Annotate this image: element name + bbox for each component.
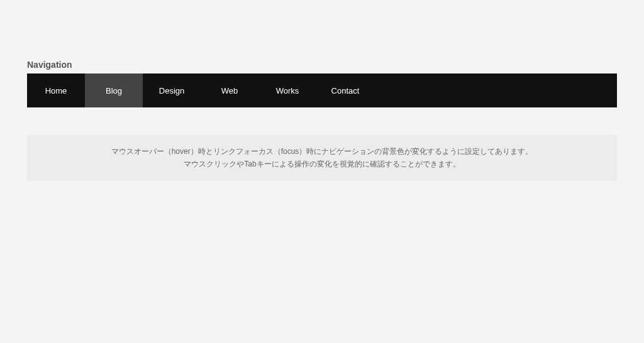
nav-item-works[interactable]: Works — [258, 74, 316, 107]
nav-item-contact[interactable]: Contact — [316, 74, 374, 107]
nav-item-home[interactable]: Home — [27, 74, 85, 107]
navigation-bar: Home Blog Design Web Works Contact — [27, 74, 617, 107]
description-box: マウスオーバー（hover）時とリンクフォーカス（focus）時にナビゲーション… — [27, 135, 617, 181]
nav-item-design[interactable]: Design — [143, 74, 201, 107]
nav-item-web[interactable]: Web — [201, 74, 258, 107]
description-line-1: マウスオーバー（hover）時とリンクフォーカス（focus）時にナビゲーション… — [40, 145, 604, 158]
description-line-2: マウスクリックやTabキーによる操作の変化を視覚的に確認することができます。 — [40, 158, 604, 170]
navigation-title: Navigation — [27, 60, 617, 70]
nav-item-blog[interactable]: Blog — [85, 74, 143, 107]
